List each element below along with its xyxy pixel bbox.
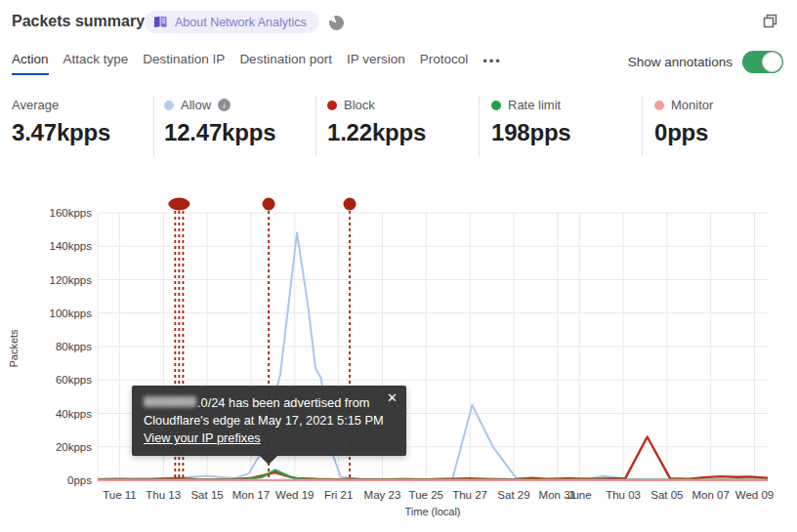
stat-value: 12.47kpps xyxy=(164,119,275,146)
stat-average: Average 3.47kpps xyxy=(12,98,110,146)
show-annotations-control: Show annotations xyxy=(628,51,783,73)
y-tick-label: 100kpps xyxy=(50,307,93,319)
y-tick-label: 60kpps xyxy=(56,374,92,386)
y-tick-label: 0pps xyxy=(67,474,92,486)
stat-block: Block 1.22kpps xyxy=(327,98,426,146)
stat-divider xyxy=(315,96,316,156)
x-tick-label: Thu 03 xyxy=(606,489,641,501)
stat-divider xyxy=(642,96,643,156)
tab-ip-version[interactable]: IP version xyxy=(347,52,405,73)
tooltip-link-row: View your IP prefixes xyxy=(144,430,395,447)
stat-allow: Allow i 12.47kpps xyxy=(164,98,275,146)
tab-destination-port[interactable]: Destination port xyxy=(239,52,332,73)
stat-label: Block xyxy=(344,98,375,112)
block-legend-dot xyxy=(327,101,337,110)
stat-rate-limit: Rate limit 198pps xyxy=(491,98,571,146)
x-tick-label: Fri 21 xyxy=(324,489,353,501)
tab-protocol[interactable]: Protocol xyxy=(420,52,469,73)
tab-action[interactable]: Action xyxy=(12,52,49,75)
more-tabs-icon[interactable]: ••• xyxy=(482,52,502,68)
y-tick-label: 120kpps xyxy=(50,274,93,286)
annotation-marker[interactable] xyxy=(263,198,275,211)
packets-time-series-chart[interactable]: 0pps20kpps40kpps60kpps80kpps100kpps120kp… xyxy=(0,185,797,532)
y-tick-label: 140kpps xyxy=(50,240,93,252)
annotation-tooltip: ✕ .0/24 has been advertised from Cloudfl… xyxy=(132,386,406,456)
x-axis-title: Time (local) xyxy=(404,506,460,517)
expand-panel-icon[interactable] xyxy=(762,13,779,30)
toggle-knob xyxy=(762,52,782,72)
packets-summary-panel: Packets summary About Network Analytics … xyxy=(0,0,797,532)
stat-label: Monitor xyxy=(671,98,713,112)
page-title: Packets summary xyxy=(12,13,145,30)
x-tick-label: Tue 25 xyxy=(409,489,443,501)
x-tick-label: Thu 27 xyxy=(452,489,487,501)
view-ip-prefixes-link[interactable]: View your IP prefixes xyxy=(144,430,261,445)
tooltip-arrow xyxy=(259,455,278,465)
monitor-legend-dot xyxy=(654,101,664,110)
x-tick-label: Wed 19 xyxy=(275,489,314,501)
y-tick-label: 80kpps xyxy=(56,341,92,352)
x-tick-label: Thu 13 xyxy=(146,489,181,501)
stat-label: Allow xyxy=(181,98,211,112)
x-tick-label: Mon 07 xyxy=(692,489,730,501)
stat-divider xyxy=(153,96,154,156)
x-tick-label: May 23 xyxy=(364,489,401,501)
annotation-marker[interactable] xyxy=(344,198,357,211)
x-tick-label: Sat 05 xyxy=(650,489,683,501)
x-tick-label: Sat 29 xyxy=(497,489,529,501)
x-tick-label: Mon 17 xyxy=(232,489,270,501)
tooltip-line1: .0/24 has been advertised from xyxy=(144,394,395,412)
x-tick-label: Tue 11 xyxy=(103,489,137,501)
redacted-ip-prefix xyxy=(144,396,196,407)
allow-legend-dot xyxy=(164,101,174,110)
about-network-analytics-badge[interactable]: About Network Analytics xyxy=(145,11,318,33)
stat-value: 0pps xyxy=(654,119,713,146)
book-icon xyxy=(153,16,168,28)
x-tick-label: Sat 15 xyxy=(190,489,223,501)
x-tick-label: Wed 09 xyxy=(735,489,774,501)
stat-label: Average xyxy=(12,98,59,112)
x-tick-label: June xyxy=(567,489,592,501)
dimension-tabs: Action Attack type Destination IP Destin… xyxy=(12,52,502,75)
stats-row: Average 3.47kpps Allow i 12.47kpps Block… xyxy=(0,94,797,160)
tooltip-line2: Cloudflare's edge at May 17, 2021 5:15 P… xyxy=(144,412,395,430)
tab-attack-type[interactable]: Attack type xyxy=(63,52,129,73)
stat-value: 198pps xyxy=(491,119,571,146)
stat-monitor: Monitor 0pps xyxy=(654,98,713,146)
tab-destination-ip[interactable]: Destination IP xyxy=(143,52,225,73)
y-tick-label: 160kpps xyxy=(50,207,93,219)
loading-pie-icon xyxy=(329,16,344,30)
rate-limit-legend-dot xyxy=(491,101,501,110)
stat-divider xyxy=(479,96,480,156)
y-tick-label: 40kpps xyxy=(56,408,92,420)
close-icon[interactable]: ✕ xyxy=(387,389,398,407)
stat-value: 3.47kpps xyxy=(12,119,110,146)
show-annotations-toggle[interactable] xyxy=(742,51,783,73)
annotation-marker[interactable] xyxy=(168,198,189,211)
y-tick-label: 20kpps xyxy=(56,441,92,453)
show-annotations-label: Show annotations xyxy=(628,55,733,69)
y-axis-title: Packets xyxy=(8,329,20,368)
stat-value: 1.22kpps xyxy=(327,119,426,146)
info-icon[interactable]: i xyxy=(218,99,231,111)
stat-label: Rate limit xyxy=(508,98,561,112)
badge-label: About Network Analytics xyxy=(175,16,307,29)
